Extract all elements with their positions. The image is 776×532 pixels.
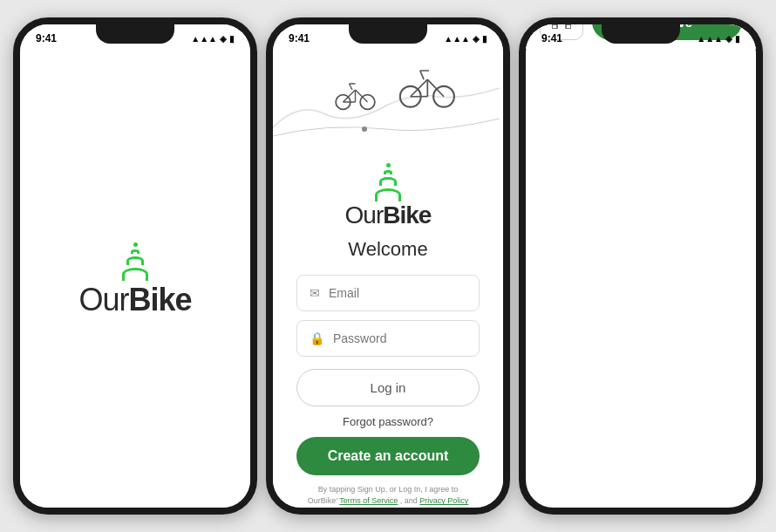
wifi-icon: ◈ xyxy=(220,34,227,44)
logo-text-1: OurBike xyxy=(78,284,191,316)
privacy-policy-link[interactable]: Privacy Policy xyxy=(419,496,468,505)
battery-icon-2: ▮ xyxy=(482,34,487,44)
login-button[interactable]: Log in xyxy=(296,369,480,406)
svg-line-2 xyxy=(344,90,356,102)
status-bar-1: 9:41 ▲▲▲ ◈ ▮ xyxy=(20,24,250,49)
status-icons-3: ▲▲▲ ◈ ▮ xyxy=(697,34,740,44)
forgot-password-link[interactable]: Forgot password? xyxy=(343,415,433,428)
wifi-arc-large xyxy=(122,268,148,281)
terms-and: , and xyxy=(400,496,418,505)
lock-icon: 🔒 xyxy=(310,331,324,345)
login-logo-bike: Bike xyxy=(383,201,431,228)
svg-line-11 xyxy=(427,79,444,97)
bike-scene-svg xyxy=(273,49,500,153)
wifi-arc-medium xyxy=(126,256,144,265)
phone-1: 9:41 ▲▲▲ ◈ ▮ OurBike xyxy=(13,17,257,515)
password-input[interactable] xyxy=(333,331,466,345)
time-3: 9:41 xyxy=(541,32,562,44)
email-input[interactable] xyxy=(329,286,466,300)
status-icons-2: ▲▲▲ ◈ ▮ xyxy=(444,34,487,44)
email-field[interactable]: ✉ xyxy=(296,275,480,311)
svg-line-6 xyxy=(350,84,353,90)
signal-icon-3: ▲▲▲ xyxy=(697,34,723,44)
bike-illustration xyxy=(273,49,503,158)
signal-icon-2: ▲▲▲ xyxy=(444,34,470,44)
logo-bike: Bike xyxy=(128,282,191,317)
terms-line1: By tapping Sign Up, or Log In, I agree t… xyxy=(318,485,459,494)
create-account-button[interactable]: Create an account xyxy=(296,437,480,475)
status-bar-3: 9:41 ▲▲▲ ◈ ▮ xyxy=(526,24,756,49)
status-icons-1: ▲▲▲ ◈ ▮ xyxy=(191,34,235,44)
time-2: 9:41 xyxy=(289,32,310,44)
password-field[interactable]: 🔒 xyxy=(296,320,480,357)
login-wifi-dot xyxy=(386,163,391,167)
login-logo: OurBike xyxy=(345,161,432,228)
battery-icon-3: ▮ xyxy=(735,34,740,44)
terms-of-service-link[interactable]: Terms of Service xyxy=(339,496,398,505)
svg-line-10 xyxy=(411,79,428,97)
login-arc-2 xyxy=(379,177,397,186)
login-logo-our: Our xyxy=(345,201,384,228)
phone-2: 9:41 ▲▲▲ ◈ ▮ xyxy=(266,17,510,515)
welcome-heading: Welcome xyxy=(348,238,427,261)
wifi-dot xyxy=(133,242,138,247)
svg-point-16 xyxy=(362,126,367,132)
login-screen: OurBike Welcome ✉ 🔒 Log in Forgot passwo… xyxy=(273,24,503,508)
login-arc-3 xyxy=(375,188,401,201)
signal-icon: ▲▲▲ xyxy=(191,34,217,44)
wifi-icon-2: ◈ xyxy=(473,34,480,44)
time-1: 9:41 xyxy=(36,32,57,44)
email-icon: ✉ xyxy=(310,286,320,300)
wifi-icon-3: ◈ xyxy=(725,34,732,44)
status-bar-2: 9:41 ▲▲▲ ◈ ▮ xyxy=(273,24,503,49)
wifi-arc-small xyxy=(131,249,140,254)
login-arc-1 xyxy=(384,170,392,174)
phone-3: 9:41 ▲▲▲ ◈ ▮ xyxy=(519,17,763,515)
wifi-arcs-logo xyxy=(122,241,148,281)
svg-line-3 xyxy=(356,90,368,102)
logo-container: OurBike xyxy=(78,241,191,316)
battery-icon: ▮ xyxy=(229,34,235,44)
terms-text: By tapping Sign Up, or Log In, I agree t… xyxy=(301,484,475,508)
logo-screen: OurBike xyxy=(20,24,250,508)
terms-line2: OurBike' xyxy=(308,496,337,505)
login-logo-text: OurBike xyxy=(345,203,432,228)
logo-our: Our xyxy=(78,282,128,317)
login-wifi xyxy=(375,161,401,201)
svg-line-14 xyxy=(420,71,424,79)
